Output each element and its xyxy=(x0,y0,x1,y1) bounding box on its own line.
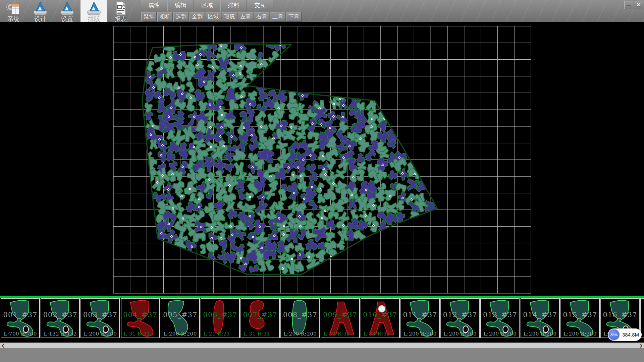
piece-id-label: 001_#37 xyxy=(1,311,39,319)
menu-item-3[interactable]: 排料 xyxy=(220,0,247,11)
nav-label: 设计 xyxy=(27,15,54,22)
thumbnail-cell[interactable]: 007_#37L:31 R:31 xyxy=(240,298,280,338)
piece-id-label: 007_#37 xyxy=(241,311,279,319)
nav-button-report-4[interactable]: 报表 xyxy=(107,0,134,22)
tool-button-7[interactable]: 右靠 xyxy=(254,12,269,22)
nested-pieces xyxy=(143,40,438,277)
nav-label: 报表 xyxy=(107,15,134,22)
menu-bar: 属性编辑区域排料交互 xyxy=(141,0,273,11)
thumbnail-cell[interactable]: 005_#37L:200 R:200 xyxy=(161,298,200,338)
tool-button-8[interactable]: 上靠 xyxy=(270,12,285,22)
piece-id-label: 0 xyxy=(641,311,644,319)
report-doc-icon xyxy=(113,1,128,16)
piece-lr-label: L:200 R:200 xyxy=(164,331,197,337)
thumbnail-cell[interactable]: 009_#37L:32 R:31 xyxy=(321,298,360,338)
piece-id-label: 003_#37 xyxy=(81,311,119,319)
thumbnail-cell[interactable]: 010_#37L:33 R:33 xyxy=(361,298,400,338)
piece-lr-label: L:132 R:132 xyxy=(44,331,77,337)
piece-id-label: 015_#37 xyxy=(561,311,599,319)
thumbnail-cell[interactable]: 006_#37L:21 R:21 xyxy=(201,298,240,338)
scroll-right-icon[interactable]: ❯ xyxy=(638,343,644,348)
piece-id-label: 002_#37 xyxy=(41,311,79,319)
menu-item-0[interactable]: 属性 xyxy=(141,0,167,11)
piece-lr-label: L:31 R:31 xyxy=(244,331,270,337)
nesting-ruler-icon xyxy=(86,1,102,16)
status-bar xyxy=(0,348,644,362)
settings-ruler-icon xyxy=(59,1,75,16)
tool-button-3[interactable]: 全割 xyxy=(190,12,205,22)
thumbnail-cell[interactable]: 013_#37L:200 R:200 xyxy=(480,298,520,338)
piece-lr-label: L:200 R:200 xyxy=(84,331,117,337)
piece-id-label: 014_#37 xyxy=(521,311,559,319)
piece-id-label: 011_#37 xyxy=(401,311,439,319)
piece-lr-label: L:31 R:31 xyxy=(124,331,150,337)
piece-id-label: 006_#37 xyxy=(201,311,239,319)
tool-button-4[interactable]: 区域 xyxy=(206,12,221,22)
piece-lr-label: L:200 R:200 xyxy=(443,331,477,337)
nav-label: 排版 xyxy=(80,15,107,22)
thumbnail-cell[interactable]: 001_#37L:700 R:700 xyxy=(1,298,40,338)
minimize-button[interactable]: ─ xyxy=(624,1,633,9)
tool-button-2[interactable]: 选割 xyxy=(173,12,189,22)
piece-lr-label: L:200 R:200 xyxy=(524,331,557,337)
thumbnail-cell[interactable]: 015_#37L:200 R:200 xyxy=(560,298,600,338)
nav-label: 设置 xyxy=(54,15,80,22)
app-window: 系统 设计 设置 排版 报表 属性编辑区域排料交互 聚排相机选割全割区域瑕疵左靠… xyxy=(0,0,644,362)
menu-item-4[interactable]: 交互 xyxy=(247,0,273,11)
progress-circle: 38% xyxy=(608,329,620,341)
piece-id-label: 009_#37 xyxy=(321,311,359,319)
menu-item-1[interactable]: 编辑 xyxy=(167,0,194,11)
status-badge: 38% 384.8M xyxy=(608,328,642,341)
menu-item-2[interactable]: 区域 xyxy=(194,0,220,11)
piece-lr-label: L:32 R:31 xyxy=(324,331,350,337)
scroll-left-icon[interactable]: ❮ xyxy=(0,343,6,348)
thumbnail-cell[interactable]: 003_#37L:200 R:200 xyxy=(80,298,120,338)
nesting-canvas[interactable] xyxy=(0,22,644,296)
nav-button-design-1[interactable]: 设计 xyxy=(27,0,54,22)
piece-lr-label: L:33 R:33 xyxy=(364,331,390,337)
tool-button-6[interactable]: 左靠 xyxy=(238,12,253,22)
thumbnail-cell[interactable]: 004_#37L:31 R:31 xyxy=(121,298,160,338)
nav-buttons: 系统 设计 设置 排版 报表 xyxy=(0,0,134,22)
piece-lr-label: L:200 R:200 xyxy=(283,331,317,337)
nav-button-nesting-3[interactable]: 排版 xyxy=(80,0,107,22)
piece-thumbnail-strip: 001_#37L:700 R:700002_#37L:132 R:132003_… xyxy=(0,296,644,343)
thumbnail-cell[interactable]: 012_#37L:200 R:200 xyxy=(440,298,480,338)
piece-id-label: 012_#37 xyxy=(441,311,479,319)
thumbnail-cell[interactable]: 002_#37L:132 R:132 xyxy=(41,298,80,338)
memory-value: 384.8M xyxy=(622,332,639,338)
tool-button-1[interactable]: 相机 xyxy=(157,12,173,22)
tool-button-0[interactable]: 聚排 xyxy=(141,12,157,22)
piece-lr-label: L:200 R:200 xyxy=(564,331,597,337)
thumbnail-cell[interactable]: 008_#37L:200 R:200 xyxy=(280,298,320,338)
nav-button-system-0[interactable]: 系统 xyxy=(0,0,27,22)
piece-id-label: 013_#37 xyxy=(481,311,519,319)
piece-id-label: 010_#37 xyxy=(361,311,399,319)
piece-id-label: 004_#37 xyxy=(121,311,159,319)
thumbnail-cell[interactable]: 014_#37L:200 R:200 xyxy=(521,298,560,338)
strip-top-border xyxy=(0,296,644,298)
piece-lr-label: L:21 R:21 xyxy=(204,331,230,337)
nav-button-settings-2[interactable]: 设置 xyxy=(54,0,80,22)
titlebar: 系统 设计 设置 排版 报表 属性编辑区域排料交互 聚排相机选割全割区域瑕疵左靠… xyxy=(0,0,644,22)
horizontal-scrollbar[interactable]: ❮ ❯ xyxy=(0,343,644,348)
close-button[interactable]: ✕ xyxy=(634,1,643,9)
piece-lr-label: L:700 R:700 xyxy=(4,331,37,337)
piece-lr-label: L:200 R:200 xyxy=(483,331,517,337)
nav-label: 系统 xyxy=(0,15,27,22)
tool-button-9[interactable]: 下靠 xyxy=(286,12,302,22)
design-ruler-icon xyxy=(33,1,48,16)
piece-id-label: 005_#37 xyxy=(161,311,199,319)
piece-id-label: 016_#37 xyxy=(601,311,639,319)
window-controls: ─ ✕ xyxy=(624,1,643,9)
toolbar: 聚排相机选割全割区域瑕疵左靠右靠上靠下靠 xyxy=(141,12,302,22)
piece-id-label: 008_#37 xyxy=(281,311,319,319)
tool-button-5[interactable]: 瑕疵 xyxy=(222,12,237,22)
system-gear-icon xyxy=(6,1,21,16)
piece-lr-label: L:200 R:200 xyxy=(404,331,437,337)
thumbnail-cell[interactable]: 011_#37L:200 R:200 xyxy=(400,298,440,338)
